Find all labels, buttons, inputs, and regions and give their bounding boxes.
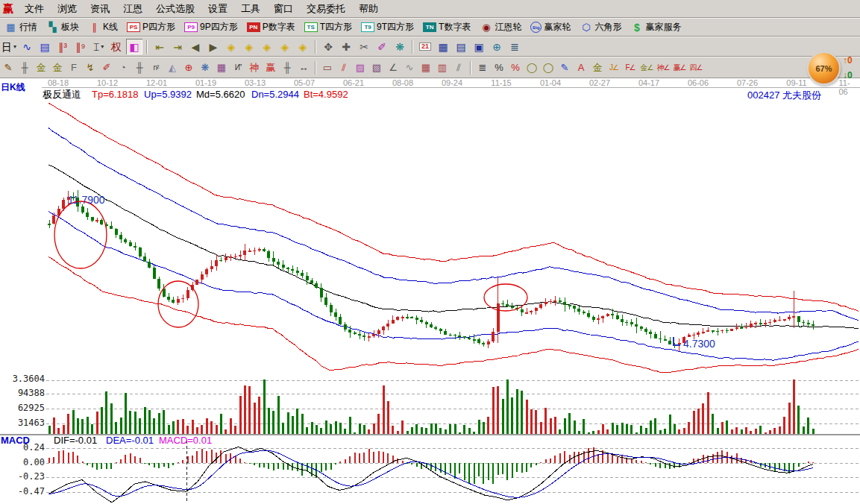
next-bar-icon: ▶: [210, 42, 218, 52]
prev-bar-icon[interactable]: ◀: [187, 39, 204, 54]
cycle-tool-icon[interactable]: ❋: [392, 39, 408, 54]
print-icon[interactable]: ≣: [506, 39, 523, 54]
boxfan2-tool-icon[interactable]: ▧: [369, 60, 384, 76]
period-day-button[interactable]: 日▾: [1, 39, 17, 54]
ruler123-icon[interactable]: ╫: [280, 60, 295, 76]
calendar-icon[interactable]: 21: [417, 39, 433, 54]
menu-item-7[interactable]: 窗口: [267, 1, 300, 17]
menu-item-8[interactable]: 交易委托: [300, 1, 352, 17]
macd-macd-value: MACD=0.01: [159, 435, 212, 446]
menu-item-2[interactable]: 资讯: [84, 1, 116, 17]
goldline-tool-icon[interactable]: 金: [590, 60, 605, 76]
candle-style-button[interactable]: ⌶▾: [90, 39, 107, 54]
line-chart-icon[interactable]: ∿: [19, 39, 35, 54]
red-brush-icon[interactable]: ✐: [99, 60, 114, 76]
winner-wheel-button[interactable]: Big赢家轮: [526, 20, 575, 34]
gold-ruler1-icon[interactable]: 金: [34, 60, 48, 76]
ying-angle-tool-icon[interactable]: 赢∠: [672, 60, 687, 76]
gridstar-tool-icon[interactable]: ▦: [214, 60, 229, 76]
p-square-button[interactable]: PSP四方形: [122, 20, 180, 34]
color-chart-icon[interactable]: ◧: [126, 39, 142, 54]
volume-axis-label-1: 94388: [10, 388, 45, 398]
memo-icon[interactable]: ▤: [453, 39, 469, 54]
diamond-left-icon[interactable]: ◈: [223, 39, 239, 54]
box-tool-icon[interactable]: ▭: [320, 60, 335, 76]
t9-square-button[interactable]: T99T四方形: [357, 20, 418, 34]
p9-square-button[interactable]: P99P四方形: [180, 20, 242, 34]
width-tool-icon[interactable]: ↔: [296, 60, 311, 76]
gold-angle-tool-icon[interactable]: 金∠: [639, 60, 654, 76]
stock-code-name[interactable]: 002427 尤夫股份: [747, 90, 821, 101]
hexagon-button[interactable]: ⬡六角形: [575, 20, 626, 34]
hand-tool-icon[interactable]: ✥: [320, 39, 336, 54]
gann-pen-icon[interactable]: ✐: [374, 39, 390, 54]
kline-button[interactable]: ∥K线: [84, 20, 122, 34]
indicator-name[interactable]: 极反通道: [43, 89, 81, 100]
win-rate-ball[interactable]: 67%: [807, 51, 841, 85]
last-bar-icon[interactable]: ⇥: [169, 39, 186, 54]
prism-tool-icon[interactable]: ◭: [165, 60, 180, 76]
si-angle-tool-icon[interactable]: 四∠: [688, 60, 703, 76]
save-icon[interactable]: ▣: [471, 39, 487, 54]
f-ruler-icon[interactable]: F: [66, 60, 81, 76]
p-number-button[interactable]: PNP数字表: [242, 20, 300, 34]
t-number-button[interactable]: TNT数字表: [418, 20, 475, 34]
percent1-tool-icon[interactable]: %: [492, 60, 506, 76]
diamond-expand-icon[interactable]: ◈: [259, 39, 275, 54]
menu-item-9[interactable]: 帮助: [352, 1, 385, 17]
winner-service-button[interactable]: $赢家服务: [626, 20, 685, 34]
t-square-button[interactable]: TST四方形: [300, 20, 357, 34]
next-bar-icon[interactable]: ▶: [205, 39, 222, 54]
bars9-icon[interactable]: ∥⁹: [72, 39, 89, 54]
f-angle-tool-icon[interactable]: F∠: [623, 60, 638, 76]
menu-item-1[interactable]: 浏览: [51, 1, 84, 17]
parallel-tool-icon[interactable]: ⫽: [451, 60, 466, 76]
diamond-center-icon[interactable]: ◈: [295, 39, 311, 54]
crosshair-icon[interactable]: ✚: [338, 39, 354, 54]
network-icon[interactable]: ⊕: [489, 39, 505, 54]
measure-icon[interactable]: ✂: [356, 39, 372, 54]
angles-tool-icon[interactable]: ∠: [386, 60, 401, 76]
wave-tool-icon[interactable]: ∿: [402, 60, 417, 76]
ruler-tool-icon[interactable]: ╫: [17, 60, 32, 76]
blocks-button[interactable]: ▚板块: [42, 20, 84, 34]
menu-item-6[interactable]: 工具: [234, 1, 267, 17]
target-tool-icon[interactable]: ⊕: [181, 60, 196, 76]
ying-ruler-icon[interactable]: 赢: [263, 60, 278, 76]
redgrid2-tool-icon[interactable]: ▥: [435, 60, 450, 76]
percent2-tool-icon[interactable]: %: [508, 60, 523, 76]
goldcircle1-tool-icon[interactable]: ◯: [524, 60, 539, 76]
n2-tool-icon[interactable]: n²: [148, 60, 163, 76]
steps-tool-icon[interactable]: ≣: [475, 60, 490, 76]
bars3-icon[interactable]: ∥³: [54, 39, 71, 54]
diamond-right-icon[interactable]: ◈: [241, 39, 257, 54]
spiral-tool-icon[interactable]: ↯: [83, 60, 98, 76]
gauge-tool-icon[interactable]: ◔: [116, 60, 131, 76]
menu-item-4[interactable]: 公式选股: [149, 1, 201, 17]
calculator-icon[interactable]: ▦: [435, 39, 451, 54]
f10-info-icon[interactable]: ▤: [37, 39, 53, 54]
menu-item-3[interactable]: 江恩: [116, 1, 149, 17]
gold-ruler2-icon[interactable]: 金: [50, 60, 65, 76]
ruler2-tool-icon[interactable]: ╫: [132, 60, 147, 76]
compass-tool-icon[interactable]: ✎: [1, 60, 16, 76]
shen-angle-tool-icon[interactable]: 神∠: [656, 60, 671, 76]
shen-ruler-icon[interactable]: 神: [247, 60, 262, 76]
first-bar-icon[interactable]: ⇤: [151, 39, 168, 54]
diamond-compress-icon[interactable]: ◈: [277, 39, 293, 54]
quotes-button[interactable]: ▦行情: [0, 20, 42, 34]
exrights-icon[interactable]: 权: [108, 39, 125, 54]
menu-item-0[interactable]: 文件: [18, 1, 51, 17]
goldcircle2-tool-icon[interactable]: ◯: [541, 60, 556, 76]
boxfan1-tool-icon[interactable]: ▨: [353, 60, 368, 76]
a-tool-icon[interactable]: A: [574, 60, 588, 76]
gann-wheel-button[interactable]: ◉江恩轮: [475, 20, 526, 34]
bluepen-tool-icon[interactable]: ✎: [557, 60, 572, 76]
percent2-tool-icon: %: [511, 63, 520, 72]
quote-tool-icon[interactable]: И”: [230, 60, 245, 76]
redgrid1-tool-icon[interactable]: ▦: [418, 60, 433, 76]
j-angle-tool-icon[interactable]: J∠: [606, 60, 621, 76]
menu-item-5[interactable]: 设置: [201, 1, 234, 17]
fan-tool-icon[interactable]: ⫽: [336, 60, 351, 76]
starburst-tool-icon[interactable]: ❋: [198, 60, 213, 76]
